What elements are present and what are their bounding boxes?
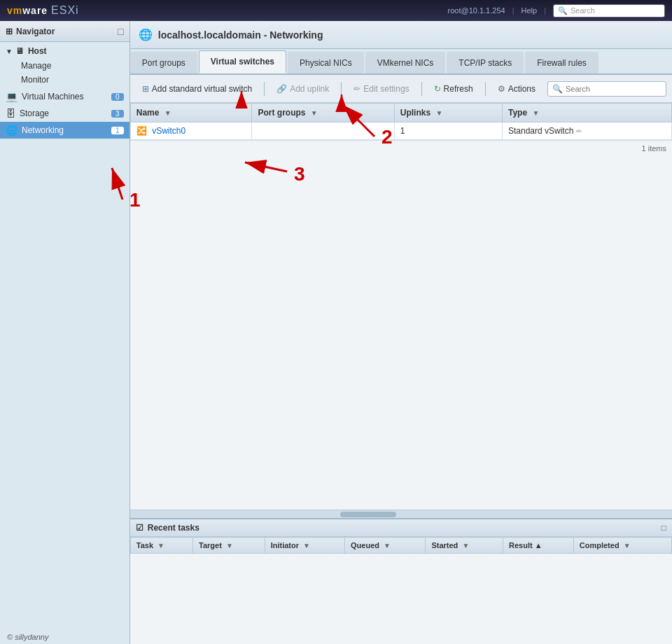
navigator-title: ⊞ Navigator — [6, 27, 55, 36]
tasks-title-label: Recent tasks — [148, 523, 200, 533]
tasks-col-queued[interactable]: Queued ▼ — [345, 538, 426, 554]
refresh-label: Refresh — [444, 84, 473, 94]
col-uplinks[interactable]: Uplinks ▼ — [394, 104, 502, 122]
nav-item-manage[interactable]: Manage — [0, 59, 130, 73]
col-type[interactable]: Type ▼ — [503, 104, 672, 122]
edit-settings-button[interactable]: ✏ Edit settings — [347, 80, 415, 97]
vm-badge: 0 — [111, 93, 124, 101]
copyright-text: © sillydanny — [7, 633, 48, 641]
cell-name: 🔀 vSwitch0 — [130, 122, 252, 140]
col-port-groups[interactable]: Port groups ▼ — [252, 104, 394, 122]
name-sort-icon: ▼ — [164, 109, 172, 117]
col-name[interactable]: Name ▼ — [130, 104, 252, 122]
monitor-label: Monitor — [21, 75, 49, 85]
add-uplink-button[interactable]: 🔗 Add uplink — [270, 80, 335, 97]
tasks-title: ☑ Recent tasks — [136, 523, 200, 533]
separator-1 — [264, 82, 265, 96]
toolbar: ⊞ Add standard virtual switch 🔗 Add upli… — [130, 75, 672, 103]
nav-item-host[interactable]: ▼ 🖥 Host — [0, 43, 130, 59]
scrollbar-thumb[interactable] — [340, 512, 396, 517]
recent-tasks-panel: ☑ Recent tasks □ Task ▼ Target ▼ Initiat… — [130, 518, 672, 644]
tasks-col-completed[interactable]: Completed ▼ — [573, 538, 671, 554]
networking-nav-icon: 🌐 — [6, 125, 18, 136]
target-sort-icon: ▼ — [226, 542, 233, 550]
tasks-col-target[interactable]: Target ▼ — [193, 538, 265, 554]
table-header: Name ▼ Port groups ▼ Uplinks ▼ Type ▼ — [130, 104, 671, 122]
separator-4 — [485, 82, 486, 96]
nav-item-storage[interactable]: 🗄 Storage 3 — [0, 105, 130, 122]
table-search-box[interactable]: 🔍 — [547, 81, 666, 97]
table-search-input[interactable] — [566, 85, 657, 93]
table-wrapper: Name ▼ Port groups ▼ Uplinks ▼ Type ▼ — [130, 103, 672, 156]
vswitch-icon: 🔀 — [136, 126, 147, 136]
host-expand-icon: ▼ — [6, 48, 13, 55]
started-sort-icon: ▼ — [462, 542, 469, 550]
vm-text: vm — [7, 5, 22, 16]
port-groups-sort-icon: ▼ — [311, 109, 318, 117]
host-section: ▼ 🖥 Host Manage Monitor — [0, 42, 130, 88]
refresh-icon: ↻ — [434, 84, 441, 94]
topbar: vmware ESXi root@10.1.1.254 | Help | 🔍 — [0, 0, 672, 21]
tab-tcpip-stacks[interactable]: TCP/IP stacks — [447, 52, 524, 74]
actions-gear-icon: ⚙ — [498, 84, 505, 94]
manage-label: Manage — [21, 61, 51, 71]
global-search-input[interactable] — [570, 6, 654, 15]
task-sort-icon: ▼ — [158, 542, 164, 550]
tab-firewall-rules[interactable]: Firewall rules — [525, 52, 598, 74]
refresh-button[interactable]: ↻ Refresh — [428, 80, 479, 97]
add-standard-vswitch-button[interactable]: ⊞ Add standard virtual switch — [136, 80, 258, 97]
type-sort-icon: ▼ — [532, 109, 539, 117]
vmware-logo: vmware ESXi — [7, 4, 79, 17]
table-body: 🔀 vSwitch0 1 Standard vSwitch ✏ — [130, 122, 671, 140]
user-info: root@10.1.1.254 — [448, 6, 505, 15]
content-title: localhost.localdomain - Networking — [158, 29, 323, 41]
storage-nav-label: Storage — [20, 108, 49, 118]
add-uplink-label: Add uplink — [290, 84, 329, 94]
table-row[interactable]: 🔀 vSwitch0 1 Standard vSwitch ✏ — [130, 122, 671, 140]
help-button[interactable]: Help — [522, 6, 538, 15]
tasks-col-result[interactable]: Result ▲ — [503, 538, 574, 554]
tasks-table-header: Task ▼ Target ▼ Initiator ▼ Queued ▼ Sta… — [130, 538, 671, 554]
queued-sort-icon: ▼ — [384, 542, 391, 550]
content-area: 🌐 localhost.localdomain - Networking Por… — [130, 21, 672, 644]
tab-virtual-switches[interactable]: Virtual switches — [199, 50, 286, 74]
tasks-col-task[interactable]: Task ▼ — [130, 538, 192, 554]
nav-item-networking[interactable]: 🌐 Networking 1 — [0, 122, 130, 139]
tab-vmkernel-nics[interactable]: VMkernel NICs — [365, 52, 446, 74]
initiator-sort-icon: ▼ — [303, 542, 310, 550]
storage-badge: 3 — [111, 110, 124, 118]
completed-sort-icon: ▼ — [624, 542, 631, 550]
tasks-collapse-icon[interactable]: □ — [662, 523, 666, 533]
tasks-col-started[interactable]: Started ▼ — [426, 538, 503, 554]
tab-bar: Port groups Virtual switches Physical NI… — [130, 49, 672, 75]
main-layout: ⊞ Navigator □ ▼ 🖥 Host Manage Monitor — [0, 21, 672, 644]
networking-badge: 1 — [111, 127, 124, 134]
content-header: 🌐 localhost.localdomain - Networking — [130, 21, 672, 49]
tasks-list-icon: ☑ — [136, 523, 144, 533]
edit-pencil-icon[interactable]: ✏ — [576, 127, 582, 135]
tab-content: Name ▼ Port groups ▼ Uplinks ▼ Type ▼ — [130, 103, 672, 510]
vswitch-link[interactable]: vSwitch0 — [152, 126, 186, 136]
cell-port-groups — [252, 122, 394, 140]
edit-settings-icon: ✏ — [354, 84, 360, 94]
edit-settings-label: Edit settings — [363, 84, 409, 94]
nav-item-monitor[interactable]: Monitor — [0, 73, 130, 87]
navigator-header: ⊞ Navigator □ — [0, 21, 130, 42]
actions-button[interactable]: ⚙ Actions — [491, 80, 542, 97]
add-standard-icon: ⊞ — [142, 84, 149, 94]
vm-nav-label: Virtual Machines — [22, 92, 84, 102]
navigator-collapse-icon[interactable]: □ — [118, 26, 123, 37]
tab-physical-nics[interactable]: Physical NICs — [288, 52, 364, 74]
vm-nav-icon: 💻 — [6, 91, 18, 102]
nav-item-virtual-machines[interactable]: 💻 Virtual Machines 0 — [0, 88, 130, 105]
host-icon: 🖥 — [15, 46, 24, 56]
ware-text: ware — [22, 5, 48, 16]
cell-uplinks: 1 — [394, 122, 502, 140]
add-standard-label: Add standard virtual switch — [152, 84, 252, 94]
tab-port-groups[interactable]: Port groups — [130, 52, 197, 74]
global-search-box[interactable]: 🔍 — [553, 4, 665, 18]
tasks-col-initiator[interactable]: Initiator ▼ — [265, 538, 344, 554]
horizontal-scrollbar[interactable] — [130, 510, 672, 518]
topbar-right: root@10.1.1.254 | Help | 🔍 — [448, 4, 665, 18]
items-count: 1 items — [130, 140, 672, 156]
